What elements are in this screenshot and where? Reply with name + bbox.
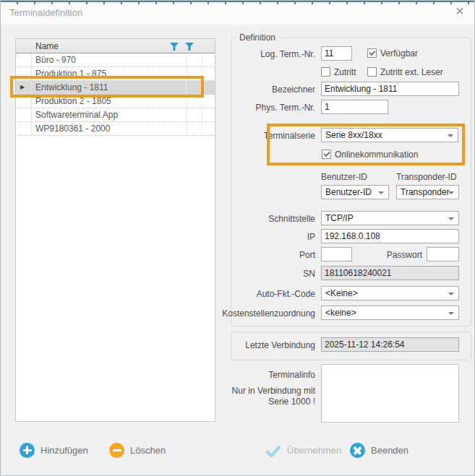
terminal-list: Name ▶ Büro - 970 ▶ Produktion 1 - 875 ▶… — [15, 38, 215, 422]
port-label: Port — [299, 250, 315, 260]
letzte-verbindung-field: 2025-11-12 14:26:54 — [321, 337, 459, 352]
list-column-divider — [202, 53, 202, 136]
loeschen-label: Löschen — [130, 445, 166, 456]
chevron-down-icon — [378, 191, 384, 194]
loeschen-button[interactable]: Löschen — [109, 440, 166, 460]
chevron-down-icon — [448, 217, 454, 220]
terminaldefinition-dialog: Terminaldefinition × Name ▶ Büro - 970 ▶… — [0, 0, 475, 476]
beenden-label: Beenden — [371, 445, 408, 456]
zutritt-ext-leser-label: Zutritt ext. Leser — [380, 67, 443, 77]
terminalinfo-textarea[interactable] — [321, 364, 459, 423]
list-item-label: Büro - 970 — [35, 55, 76, 65]
terminal-list-header: Name — [16, 39, 215, 53]
list-item-label: Softwareterminal App — [35, 110, 118, 120]
phys-term-nr-label: Phys. Term.-Nr. — [256, 103, 315, 113]
kostenstellenzuordnung-label: Kostenstellenzuordnung — [222, 308, 315, 319]
zutritt-checkbox[interactable]: Zutritt — [321, 67, 372, 77]
terminalinfo-note-line1: Nur in Verbindung mit — [232, 386, 315, 396]
terminal-rows: ▶ Büro - 970 ▶ Produktion 1 - 875 ▶ Entw… — [16, 53, 215, 136]
list-gutter-divider — [31, 53, 32, 136]
auto-fkt-code-dropdown[interactable]: <Keine> — [321, 286, 459, 300]
hinzufuegen-label: Hinzufügen — [40, 445, 88, 456]
passwort-input[interactable] — [427, 247, 459, 261]
verfuegbar-label: Verfügbar — [380, 48, 418, 59]
plus-icon — [20, 443, 35, 458]
ip-label: IP — [307, 232, 315, 242]
sn-label: SN — [303, 269, 315, 279]
onlinekommunikation-checkbox[interactable]: Onlinekommunikation — [322, 150, 430, 160]
schnittstelle-label: Schnittstelle — [268, 214, 315, 224]
check-icon — [264, 443, 281, 458]
checkbox-box[interactable] — [367, 67, 377, 77]
terminalinfo-note: Nur in Verbindung mit Serie 1000 ! — [232, 386, 315, 407]
terminalinfo-note-line2: Serie 1000 ! — [268, 397, 315, 407]
beenden-button[interactable]: Beenden — [350, 440, 408, 460]
x-icon — [350, 443, 365, 458]
close-icon[interactable]: × — [452, 2, 468, 20]
list-item[interactable]: ▶ Produktion 2 - 1805 — [16, 95, 215, 108]
sn-field: 18110618240021 — [321, 266, 459, 280]
benutzer-id-dropdown[interactable]: Benutzer-ID — [321, 185, 389, 199]
uebernehmen-label: Übernehmen — [287, 445, 341, 456]
bezeichner-label: Bezeichner — [272, 85, 315, 95]
definition-groupbox — [231, 38, 471, 326]
terminalinfo-label: Terminalinfo — [268, 370, 315, 380]
hinzufuegen-button[interactable]: Hinzufügen — [20, 440, 88, 460]
list-item[interactable]: ▶ Produktion 1 - 875 — [16, 67, 215, 81]
window-title: Terminaldefinition — [9, 7, 82, 18]
schnittstelle-value: TCP/IP — [325, 213, 354, 223]
benutzer-id-value: Benutzer-ID — [325, 187, 372, 197]
column-header-name: Name — [35, 41, 59, 51]
window-top-border-ticks — [1, 2, 474, 4]
auto-fkt-code-label: Auto-Fkt.-Code — [257, 289, 315, 299]
verfuegbar-checkbox[interactable]: Verfügbar — [367, 48, 454, 59]
transponder-id-label: Transponder-ID — [396, 172, 457, 182]
auto-fkt-code-value: <Keine> — [325, 288, 358, 298]
filter-funnel-icon[interactable] — [185, 43, 194, 51]
chevron-down-icon — [448, 312, 454, 315]
checkbox-box[interactable] — [321, 67, 330, 77]
log-term-nr-label: Log. Term.-Nr. — [260, 49, 315, 59]
schnittstelle-dropdown[interactable]: TCP/IP — [321, 211, 459, 225]
terminalserie-value: Serie 8xx/18xx — [325, 130, 382, 140]
checkbox-box[interactable] — [322, 150, 331, 159]
zutritt-ext-leser-checkbox[interactable]: Zutritt ext. Leser — [367, 67, 461, 77]
kostenstellenzuordnung-dropdown[interactable]: <keine> — [321, 306, 459, 320]
checkbox-box[interactable] — [367, 48, 377, 58]
uebernehmen-button[interactable]: Übernehmen — [264, 440, 341, 460]
list-item[interactable]: ▶ WP9180361 - 2000 — [16, 122, 215, 136]
chevron-down-icon — [448, 293, 454, 295]
port-input[interactable] — [321, 247, 352, 261]
onlinekommunikation-label: Onlinekommunikation — [335, 150, 418, 160]
bezeichner-input[interactable] — [321, 82, 459, 96]
letzte-verbindung-label: Letzte Verbindung — [245, 340, 315, 350]
list-item[interactable]: ▶ Entwicklung - 1811 — [16, 81, 215, 95]
phys-term-nr-input[interactable] — [321, 100, 388, 114]
terminalserie-label: Terminalserie — [264, 131, 315, 141]
passwort-label: Passwort — [387, 250, 422, 260]
list-item[interactable]: ▶ Büro - 970 — [16, 53, 215, 67]
minus-icon — [109, 443, 124, 458]
benutzer-id-label: Benutzer-ID — [321, 172, 367, 182]
transponder-id-value: Transponder- — [401, 187, 453, 197]
filter-funnel-icon[interactable] — [170, 43, 179, 51]
list-item-label: WP9180361 - 2000 — [35, 124, 110, 134]
kostenstellenzuordnung-value: <keine> — [325, 308, 356, 318]
log-term-nr-input[interactable] — [321, 46, 352, 61]
transponder-id-dropdown[interactable]: Transponder- — [396, 185, 459, 199]
list-item-label: Produktion 2 - 1805 — [35, 96, 111, 106]
list-item-label: Entwicklung - 1811 — [35, 82, 108, 92]
list-item-label: Produktion 1 - 875 — [35, 69, 106, 79]
chevron-down-icon — [448, 191, 454, 194]
list-column-divider — [186, 53, 187, 136]
terminalserie-dropdown[interactable]: Serie 8xx/18xx — [321, 128, 458, 142]
row-selector-arrow-icon: ▶ — [20, 84, 25, 90]
ip-input[interactable] — [321, 229, 459, 243]
zutritt-label: Zutritt — [334, 67, 356, 77]
list-item[interactable]: ▶ Softwareterminal App — [16, 108, 215, 122]
chevron-down-icon — [448, 134, 453, 137]
definition-group-title: Definition — [236, 33, 278, 43]
